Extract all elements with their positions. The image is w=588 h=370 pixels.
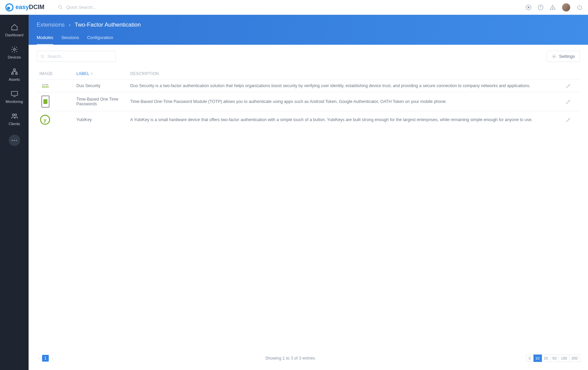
svg-line-1 xyxy=(61,8,62,9)
pager-next[interactable]: › xyxy=(50,355,54,362)
breadcrumb: Extensions › Two-Factor Authentication xyxy=(37,22,580,28)
entries-text: Showing 1 to 3 of 3 entries xyxy=(54,356,526,361)
svg-point-10 xyxy=(13,48,15,50)
sort-asc-icon: ↑ xyxy=(91,71,93,76)
monitor-icon xyxy=(11,90,18,98)
module-description: A YubiKey is a small hardware device tha… xyxy=(127,111,563,128)
table-footer: ‹ 1 › Showing 1 to 3 of 3 entries 5 10 2… xyxy=(29,351,588,370)
sidebar-more-button[interactable] xyxy=(9,135,20,146)
phone-icon xyxy=(41,96,49,108)
brand-logo[interactable]: easyDCIM xyxy=(5,3,44,11)
settings-button[interactable]: Settings xyxy=(547,51,580,62)
module-description: Duo Security is a two-factor authenticat… xyxy=(127,80,563,92)
svg-rect-14 xyxy=(11,91,17,96)
settings-label: Settings xyxy=(559,54,575,59)
quick-search-input[interactable] xyxy=(66,5,134,10)
logo-icon xyxy=(5,3,13,11)
edit-icon[interactable] xyxy=(566,117,577,122)
svg-rect-11 xyxy=(13,69,15,71)
col-image[interactable]: IMAGE xyxy=(37,68,74,80)
module-label: Time-Based One Time Passwords xyxy=(74,92,127,111)
table-search xyxy=(37,51,116,62)
sidebar: Dashboard Devices Assets Monitoring Clie… xyxy=(0,15,29,370)
sidebar-item-clients[interactable]: Clients xyxy=(0,109,29,129)
users-icon xyxy=(11,112,18,120)
pager-prev[interactable]: ‹ xyxy=(37,355,41,362)
svg-point-16 xyxy=(12,114,14,116)
pagesize-5[interactable]: 5 xyxy=(526,355,534,362)
sidebar-item-dashboard[interactable]: Dashboard xyxy=(0,20,29,40)
module-label: Duo Security xyxy=(74,80,127,92)
col-label[interactable]: LABEL↑ xyxy=(74,68,127,80)
sidebar-item-devices[interactable]: Devices xyxy=(0,42,29,63)
table-row: Time-Based One Time Passwords Time-Based… xyxy=(37,92,580,111)
yubikey-icon: y xyxy=(40,115,50,125)
svg-point-18 xyxy=(41,55,43,57)
svg-point-20 xyxy=(553,56,555,57)
pagesize-100[interactable]: 100 xyxy=(559,355,569,362)
module-description: Time-Based One-Time Password Module (TOT… xyxy=(127,92,563,111)
svg-rect-12 xyxy=(11,73,13,75)
power-icon[interactable] xyxy=(577,4,583,10)
pagesize-50[interactable]: 50 xyxy=(550,355,559,362)
play-icon[interactable] xyxy=(525,4,531,10)
breadcrumb-parent[interactable]: Extensions xyxy=(37,22,65,28)
table-search-input[interactable] xyxy=(47,54,112,59)
svg-rect-13 xyxy=(15,73,17,75)
svg-point-0 xyxy=(59,5,62,8)
pager-current[interactable]: 1 xyxy=(42,355,49,362)
sidebar-item-label: Clients xyxy=(9,122,20,126)
pager: ‹ 1 › xyxy=(37,355,54,362)
page-header: Extensions › Two-Factor Authentication M… xyxy=(29,15,588,45)
search-icon xyxy=(40,54,45,59)
tab-modules[interactable]: Modules xyxy=(37,35,53,45)
topbar-icons xyxy=(525,3,583,12)
chevron-right-icon: › xyxy=(69,22,71,28)
sidebar-item-label: Dashboard xyxy=(5,33,24,37)
table-row: y YubiKey A YubiKey is a small hardware … xyxy=(37,111,580,128)
pagesize-20[interactable]: 20 xyxy=(542,355,550,362)
module-image xyxy=(37,92,74,111)
sidebar-item-monitoring[interactable]: Monitoring xyxy=(0,87,29,107)
search-icon xyxy=(58,5,63,10)
edit-icon[interactable] xyxy=(566,83,577,88)
info-icon[interactable] xyxy=(538,4,544,10)
pagesize-200[interactable]: 200 xyxy=(569,355,580,362)
alert-icon[interactable] xyxy=(550,4,556,10)
svg-point-8 xyxy=(552,8,553,9)
network-icon xyxy=(11,68,18,75)
duo-icon: ciscoDUO xyxy=(39,83,51,88)
toolbar: Settings xyxy=(37,51,580,62)
avatar[interactable] xyxy=(562,3,571,12)
main: Extensions › Two-Factor Authentication M… xyxy=(29,15,588,370)
logo-text: easyDCIM xyxy=(15,4,44,11)
home-icon xyxy=(11,24,18,31)
table-row: ciscoDUO Duo Security Duo Security is a … xyxy=(37,80,580,92)
module-image: ciscoDUO xyxy=(37,80,74,92)
pagesize-10[interactable]: 10 xyxy=(534,355,542,362)
svg-point-6 xyxy=(540,6,541,6)
svg-marker-3 xyxy=(528,6,530,8)
sidebar-item-label: Devices xyxy=(8,55,21,59)
gear-icon xyxy=(552,54,556,59)
svg-line-19 xyxy=(43,57,44,58)
module-label: YubiKey xyxy=(74,111,127,128)
tabs: Modules Sessions Configuration xyxy=(37,35,580,45)
col-description[interactable]: DESCRIPTION xyxy=(127,68,563,80)
sidebar-item-label: Monitoring xyxy=(6,100,23,104)
tab-configuration[interactable]: Configuration xyxy=(87,35,113,45)
tab-sessions[interactable]: Sessions xyxy=(61,35,79,45)
modules-table: IMAGE LABEL↑ DESCRIPTION ciscoDUO Duo Se… xyxy=(37,68,580,128)
sidebar-item-assets[interactable]: Assets xyxy=(0,65,29,85)
content: Settings IMAGE LABEL↑ DESCRIPTION ciscoD… xyxy=(29,45,588,370)
quick-search xyxy=(58,5,525,10)
gear-icon xyxy=(11,46,18,53)
page-size-selector: 5 10 20 50 100 200 xyxy=(526,355,580,362)
edit-icon[interactable] xyxy=(566,99,577,104)
breadcrumb-current: Two-Factor Authentication xyxy=(75,22,141,28)
module-image: y xyxy=(37,111,74,128)
sidebar-item-label: Assets xyxy=(9,77,20,81)
topbar: easyDCIM xyxy=(0,0,588,15)
svg-point-17 xyxy=(14,114,16,116)
